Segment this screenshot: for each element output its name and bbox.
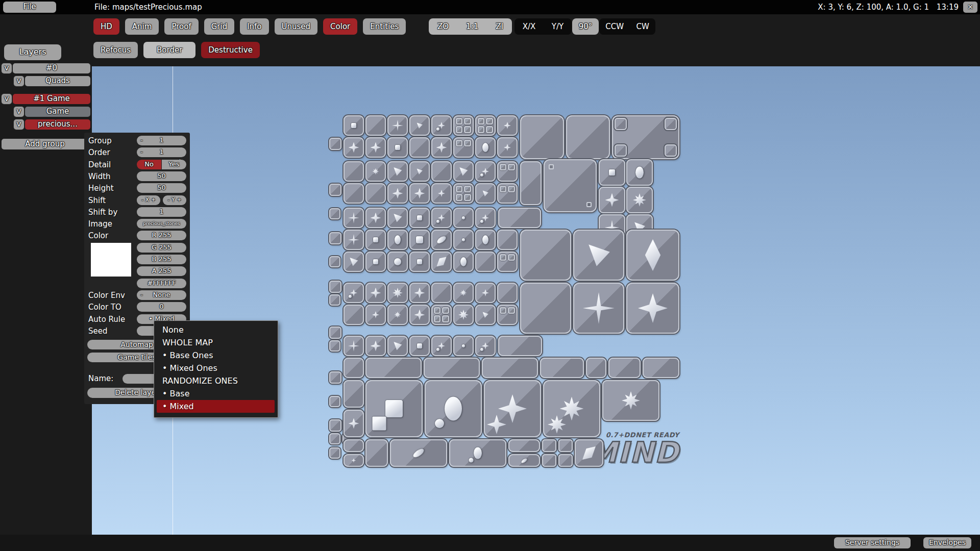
tileset-tile[interactable] [497,252,518,272]
toolbar-hd-button[interactable]: HD [93,18,119,35]
tileset-tile[interactable] [365,252,386,272]
tileset-tile[interactable] [626,283,679,334]
dropdown-item-base-ones[interactable]: • Base Ones [154,349,278,362]
toolbar-proof-button[interactable]: Proof [164,18,198,35]
tileset-tile[interactable] [453,161,474,182]
tileset-tile[interactable] [329,447,340,459]
tileset-tile[interactable] [409,161,430,182]
color-component-value[interactable]: G 255 [137,243,186,253]
toolbar-anim-button[interactable]: Anim [125,18,159,35]
dropdown-item-none[interactable]: None [154,323,278,336]
tileset-tile[interactable] [365,115,386,136]
tileset-tile[interactable] [475,336,496,356]
tileset-tile[interactable] [608,358,641,378]
tileset-tile[interactable] [365,358,422,378]
image-value[interactable]: precious_stones [137,219,186,229]
tileset-tile[interactable] [365,161,386,182]
tileset-tile[interactable] [542,454,556,467]
tileset-tile[interactable] [449,439,506,467]
width-value[interactable]: 50 [137,171,186,181]
toolbar-unused-button[interactable]: Unused [275,18,318,35]
tileset-tile[interactable] [602,380,659,421]
tileset-tile[interactable] [497,161,518,182]
group-stepper[interactable]: -1+ [137,136,186,145]
tileset-tile[interactable] [409,208,430,228]
tileset-tile[interactable] [586,358,606,378]
tileset-tile[interactable] [387,336,408,356]
color-component-value[interactable]: #FFFFFF [137,279,186,288]
tileset-tile[interactable] [365,137,386,158]
rotate-button-group[interactable]: CCWCW [599,18,655,35]
tileset-tile[interactable] [344,380,364,408]
tileset-tile[interactable] [453,305,474,325]
tileset-tile[interactable] [329,419,341,432]
tileset-tile[interactable] [599,187,625,213]
color-env-stepper[interactable]: -None+ [137,290,186,300]
color-component-value[interactable]: A 255 [137,266,186,276]
tileset-tile[interactable] [390,439,447,467]
tileset-tile[interactable] [365,183,386,204]
dropdown-item-mixed[interactable]: • Mixed [157,400,275,413]
tileset-tile[interactable] [475,252,496,272]
tileset-tile[interactable] [431,336,452,356]
tileset-tile[interactable] [409,252,430,272]
tileset-tile[interactable] [431,115,452,136]
tileset-tile[interactable] [540,358,584,378]
tileset-tile[interactable] [344,183,364,204]
tileset-tile[interactable] [575,439,603,467]
color-component-value[interactable]: B 255 [137,255,186,264]
tileset-tile[interactable] [475,230,496,250]
tileset-tile[interactable] [497,183,518,204]
tileset-tile[interactable] [365,380,423,437]
tileset-tile[interactable] [453,137,474,158]
tileset-tile[interactable] [365,208,386,228]
tileset-tile[interactable] [431,283,452,303]
tileset-tile[interactable] [558,439,573,452]
tileset-tile[interactable] [431,230,452,250]
tileset-tile[interactable] [626,230,679,281]
file-menu-button[interactable]: File [3,2,56,13]
tileset-tile[interactable] [453,230,474,250]
tileset-tile[interactable] [643,358,679,378]
tileset-tile[interactable] [387,115,408,136]
shift-axis-button[interactable]: - X + [137,195,160,205]
tileset-tile[interactable] [409,230,430,250]
tileset-tile[interactable] [453,252,474,272]
tileset-tile[interactable] [453,336,474,356]
dropdown-item-randomize-ones[interactable]: RANDOMIZE ONES [154,374,278,387]
tileset-tile[interactable] [431,161,452,182]
rotate-ccw-button[interactable]: CCW [605,22,624,31]
tileset-tile[interactable] [329,184,341,196]
flip-x-x-button[interactable]: X/X [523,22,536,31]
tileset-tile[interactable] [566,115,610,159]
tileset-tile[interactable] [573,283,624,334]
tileset-tile[interactable] [387,305,408,325]
tileset-tile[interactable] [344,161,364,182]
tileset-tile[interactable] [612,115,679,159]
tileset-tile[interactable] [626,159,653,186]
tileset-tile[interactable] [365,305,386,325]
toolbar-entities-button[interactable]: Entities [363,18,406,35]
tileset-tile[interactable] [409,183,430,204]
tileset-tile[interactable] [365,336,386,356]
tileset-tile[interactable] [409,305,430,325]
tileset-tile[interactable] [344,305,364,325]
layer-visibility-toggle[interactable]: V [14,76,24,86]
layer-item-quads[interactable]: Quads [25,76,90,86]
tileset-tile[interactable] [329,281,341,293]
shift-by-value[interactable]: 1 [137,207,186,217]
tileset-preview[interactable]: 0.7+DDNET READY MIND [329,112,681,467]
tileset-tile[interactable] [344,252,364,272]
tileset-tile[interactable] [329,396,340,407]
tileset-tile[interactable] [344,115,364,136]
layer-item-game[interactable]: Game [25,107,90,117]
tileset-tile[interactable] [431,183,452,204]
tileset-tile[interactable] [626,187,653,213]
tileset-tile[interactable] [520,115,564,159]
tileset-tile[interactable] [365,439,388,467]
tileset-tile[interactable] [425,380,482,437]
zoom-zi-button[interactable]: ZI [496,22,503,31]
tileset-tile[interactable] [329,138,341,150]
tileset-tile[interactable] [453,115,474,136]
minus-icon[interactable]: - [140,290,143,299]
